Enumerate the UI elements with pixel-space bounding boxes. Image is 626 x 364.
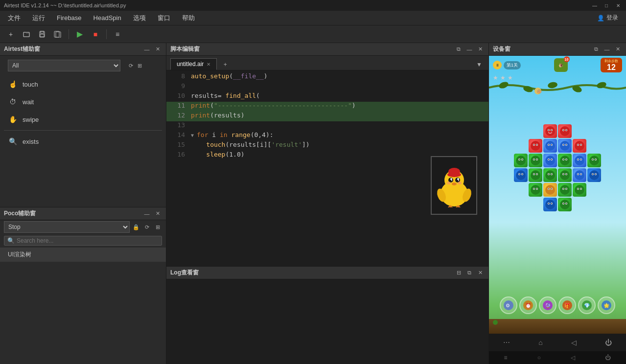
poco-minimize-icon[interactable]: —: [142, 209, 151, 218]
cell-r5c1[interactable]: [529, 183, 542, 197]
run-button[interactable]: ▶: [73, 27, 87, 41]
cell-r6c1[interactable]: [543, 198, 557, 211]
tab-close-icon[interactable]: ✕: [207, 62, 210, 67]
nav-back-icon[interactable]: ◁: [571, 339, 577, 346]
cell-r3c6[interactable]: [587, 154, 601, 167]
svg-point-93: [516, 170, 526, 180]
new-button[interactable]: +: [4, 27, 18, 41]
airtest-settings-icon[interactable]: ⊞: [135, 61, 144, 70]
device-screenshot-icon[interactable]: ⧉: [592, 45, 601, 54]
pause-icon[interactable]: ⏸: [493, 61, 502, 69]
menu-window[interactable]: 窗口: [152, 12, 176, 24]
cell-r4c6[interactable]: [587, 168, 601, 182]
helper-swipe[interactable]: ✋ swipe: [0, 111, 166, 128]
menu-file[interactable]: 文件: [2, 12, 26, 24]
item-2[interactable]: ⏰: [519, 296, 537, 314]
login-button[interactable]: 👤 登录: [591, 12, 624, 24]
cell-r4c1[interactable]: [514, 168, 528, 182]
cell-r5c3[interactable]: [558, 183, 572, 197]
airtest-panel-header: Airtest辅助窗 — ✕: [0, 43, 166, 56]
device-minimize-icon[interactable]: —: [603, 45, 611, 54]
action-menu-icon[interactable]: ≡: [504, 354, 508, 361]
item-1[interactable]: ⚙: [500, 296, 517, 314]
poco-search-input[interactable]: [17, 237, 159, 244]
log-popout-icon[interactable]: ⧉: [465, 269, 474, 277]
editor-close-icon[interactable]: ✕: [476, 45, 485, 54]
svg-text:⚙: ⚙: [506, 303, 510, 308]
code-editor[interactable]: 8 auto_setup(__file__) 9 10 results= fin…: [166, 70, 488, 266]
menu-options[interactable]: 选项: [127, 12, 152, 24]
open-button[interactable]: [20, 27, 33, 41]
editor-minimize-icon[interactable]: —: [465, 45, 474, 54]
maximize-button[interactable]: □: [603, 1, 610, 9]
cell-r3c2[interactable]: [529, 154, 542, 167]
nav-menu-icon[interactable]: ⋯: [503, 339, 510, 346]
action-home-icon[interactable]: ○: [537, 354, 541, 361]
cell-r2c3[interactable]: [558, 139, 572, 153]
log-filter-icon[interactable]: ⊟: [454, 269, 463, 277]
device-screen[interactable]: ⏸ 第1关 🐌 10 剩余步数: [489, 56, 626, 334]
cell-r4c3[interactable]: [543, 168, 557, 182]
game-grid[interactable]: [514, 124, 601, 212]
menu-run[interactable]: 运行: [26, 12, 51, 24]
svg-point-46: [533, 144, 534, 145]
svg-point-51: [548, 144, 549, 145]
item-5[interactable]: 💎: [578, 296, 596, 314]
airtest-minimize-icon[interactable]: —: [142, 45, 151, 54]
helper-exists[interactable]: 🔍 exists: [0, 133, 166, 150]
stop-button[interactable]: ■: [89, 27, 102, 41]
item-3[interactable]: 🔮: [539, 296, 556, 314]
action-back-icon[interactable]: ◁: [571, 354, 575, 361]
cell-r1c1[interactable]: [543, 124, 557, 138]
cell-r2c1[interactable]: [529, 139, 542, 153]
poco-settings-icon[interactable]: ⊞: [153, 223, 162, 231]
menu-firebase[interactable]: Firebase: [51, 12, 88, 23]
poco-refresh-icon[interactable]: ⟳: [142, 223, 151, 231]
menu-help[interactable]: 帮助: [176, 12, 201, 24]
item-4[interactable]: 🎁: [558, 296, 576, 314]
action-power2-icon[interactable]: ⏻: [605, 354, 611, 361]
record-button[interactable]: ≡: [111, 27, 124, 41]
poco-close-icon[interactable]: ✕: [153, 209, 162, 218]
svg-point-91: [592, 159, 593, 160]
cell-r6c2[interactable]: [558, 198, 572, 211]
cell-r4c4[interactable]: [558, 168, 572, 182]
cell-r3c5[interactable]: [573, 154, 586, 167]
cell-r4c5[interactable]: [573, 168, 586, 182]
cell-r1c2[interactable]: [558, 124, 572, 138]
airtest-dropdown[interactable]: All: [8, 60, 120, 71]
minimize-button[interactable]: —: [591, 1, 599, 9]
poco-dropdown[interactable]: Stop: [4, 221, 130, 233]
tab-more-button[interactable]: ▼: [474, 59, 485, 70]
code-line-13: 13: [166, 121, 488, 131]
item-6[interactable]: 🌟: [598, 296, 615, 314]
ui-tree-item[interactable]: UI渲染树: [0, 248, 166, 262]
cell-r3c1[interactable]: [514, 154, 528, 167]
airtest-refresh-icon[interactable]: ⟳: [126, 61, 135, 70]
airtest-close-icon[interactable]: ✕: [153, 45, 162, 54]
cell-r3c4[interactable]: [558, 154, 572, 167]
poco-lock-icon[interactable]: 🔒: [132, 223, 140, 231]
tab-untitled[interactable]: untitled.air ✕: [170, 58, 217, 70]
log-close-icon[interactable]: ✕: [476, 269, 485, 277]
tab-add-button[interactable]: +: [220, 59, 231, 70]
editor-popout-icon[interactable]: ⧉: [454, 45, 463, 54]
cell-r5c2[interactable]: [543, 183, 557, 197]
title-bar: Airtest IDE v1.2.14 ~~ D:\test\untitled.…: [0, 0, 626, 11]
helper-touch[interactable]: ☝ touch: [0, 75, 166, 93]
cell-r2c2[interactable]: [543, 139, 557, 153]
poco-search-bar[interactable]: 🔍: [4, 236, 162, 246]
menu-headspin[interactable]: HeadSpin: [88, 12, 127, 23]
ground-bar: [489, 319, 626, 334]
nav-home-icon[interactable]: ⌂: [538, 339, 542, 346]
cell-r2c4[interactable]: [573, 139, 586, 153]
nav-power-icon[interactable]: ⏻: [605, 339, 612, 346]
device-close-icon[interactable]: ✕: [613, 45, 622, 54]
close-button[interactable]: ✕: [614, 1, 622, 9]
save-all-button[interactable]: [51, 27, 65, 41]
cell-r3c3[interactable]: [543, 154, 557, 167]
cell-r5c4[interactable]: [573, 183, 586, 197]
save-button[interactable]: [35, 27, 49, 41]
cell-r4c2[interactable]: [529, 168, 542, 182]
helper-wait[interactable]: ⏱ wait: [0, 93, 166, 111]
